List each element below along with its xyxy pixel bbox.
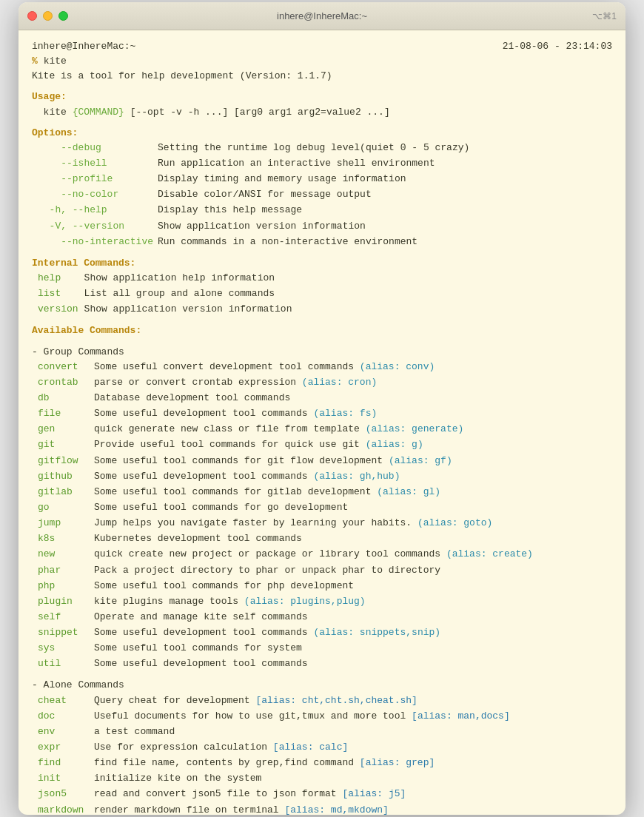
alone-cmd-row: cheat Query cheat for development [alias…: [35, 693, 516, 709]
terminal-window: inhere@InhereMac:~ ⌥⌘1 inhere@InhereMac:…: [19, 2, 625, 815]
option-flag: -h, --help: [38, 203, 158, 218]
alone-cmd: json5: [35, 787, 94, 802]
alone-cmd-row: json5 read and convert json5 file to jso…: [35, 787, 516, 802]
username: inhere@InhereMac:~: [32, 41, 135, 52]
group-cmd-row: db Database development tool commands: [35, 391, 539, 406]
internal-cmd-row: help Show application help information: [35, 271, 298, 286]
option-row: -h, --help Display this help message: [38, 203, 474, 218]
option-desc: Run application an interactive shell env…: [158, 156, 474, 172]
group-cmd-desc: parse or convert crontab expression (ali…: [94, 375, 539, 391]
usage-label: Usage:: [32, 90, 612, 104]
close-button[interactable]: [27, 11, 37, 21]
group-cmd-desc: Some useful tool commands for git flow d…: [94, 454, 539, 469]
group-cmd-desc: Provide useful tool commands for quick u…: [94, 437, 539, 453]
option-flag: --debug: [38, 141, 158, 156]
group-cmd: file: [35, 406, 94, 422]
maximize-button[interactable]: [58, 11, 68, 21]
option-row: --debug Setting the runtime log debug le…: [38, 141, 474, 156]
terminal-content: inhere@InhereMac:~ % kite 21-08-06 - 23:…: [19, 30, 625, 815]
option-flag: --profile: [38, 172, 158, 187]
option-row: --no-color Disable color/ANSI for messag…: [38, 187, 474, 203]
group-cmd-desc: Some useful tool commands for system: [94, 641, 539, 656]
group-cmd-row: convert Some useful convert development …: [35, 360, 539, 375]
group-cmd-desc: Database development tool commands: [94, 391, 539, 406]
option-desc: Show application version information: [158, 219, 474, 235]
group-cmd-row: k8s Kubernetes development tool commands: [35, 531, 539, 547]
group-cmd-row: self Operate and manage kite self comman…: [35, 610, 539, 625]
group-cmd-row: php Some useful tool commands for php de…: [35, 579, 539, 594]
internal-cmd: list: [35, 286, 84, 302]
group-cmd-row: jump Jump helps you navigate faster by l…: [35, 516, 539, 531]
minimize-button[interactable]: [43, 11, 53, 21]
group-cmd-desc: Some useful tool commands for php develo…: [94, 579, 539, 594]
group-cmd: db: [35, 391, 94, 406]
options-label: Options:: [32, 126, 612, 141]
group-cmd: github: [35, 469, 94, 485]
internal-cmd-desc: List all group and alone commands: [84, 286, 298, 302]
group-cmd-desc: Some useful convert development tool com…: [94, 360, 539, 375]
option-row: --ishell Run application an interactive …: [38, 156, 474, 172]
prompt-symbol: %: [32, 56, 38, 67]
group-cmd: gitlab: [35, 485, 94, 500]
group-cmd: self: [35, 610, 94, 625]
option-desc: Display timing and memory usage informat…: [158, 172, 474, 187]
option-flag: -V, --version: [38, 219, 158, 235]
group-cmd-row: snippet Some useful development tool com…: [35, 625, 539, 641]
group-cmd-row: plugin kite plugins manage tools (alias:…: [35, 594, 539, 610]
group-cmd-row: go Some useful tool commands for go deve…: [35, 500, 539, 516]
alone-cmd-desc: a test command: [94, 724, 516, 740]
description: Kite is a tool for help development (Ver…: [32, 69, 612, 84]
timestamp: 21-08-06 - 23:14:03: [503, 39, 612, 69]
option-desc: Disable color/ANSI for message output: [158, 187, 474, 203]
internal-cmd-row: version Show application version informa…: [35, 302, 298, 317]
alone-cmd: doc: [35, 709, 94, 724]
option-desc: Setting the runtime log debug level(quie…: [158, 141, 474, 156]
alone-cmd-desc: initialize kite on the system: [94, 771, 516, 787]
alone-cmd-desc: read and convert json5 file to json form…: [94, 787, 516, 802]
option-flag: --ishell: [38, 156, 158, 172]
group-cmd: util: [35, 656, 94, 672]
group-cmd-row: file Some useful development tool comman…: [35, 406, 539, 422]
group-cmd-row: github Some useful development tool comm…: [35, 469, 539, 485]
group-cmd: sys: [35, 641, 94, 656]
alone-cmd-desc: Query cheat for development [alias: cht,…: [94, 693, 516, 709]
group-cmd-desc: Some useful development tool commands (a…: [94, 469, 539, 485]
alone-cmd: env: [35, 724, 94, 740]
group-cmd-desc: Some useful development tool commands: [94, 656, 539, 672]
alone-commands-table: cheat Query cheat for development [alias…: [35, 693, 516, 815]
group-cmd: k8s: [35, 531, 94, 547]
group-cmd: snippet: [35, 625, 94, 641]
group-cmd-row: crontab parse or convert crontab express…: [35, 375, 539, 391]
internal-commands-label: Internal Commands:: [32, 256, 612, 271]
group-cmd-desc: Kubernetes development tool commands: [94, 531, 539, 547]
group-cmd-desc: kite plugins manage tools (alias: plugin…: [94, 594, 539, 610]
group-cmd-desc: Operate and manage kite self commands: [94, 610, 539, 625]
window-title: inhere@InhereMac:~: [277, 10, 367, 21]
internal-cmd-desc: Show application version information: [84, 302, 298, 317]
command-typed: kite: [44, 56, 67, 67]
alone-cmd-desc: render markdown file on terminal [alias:…: [94, 803, 516, 815]
options-table: --debug Setting the runtime log debug le…: [38, 141, 474, 250]
alone-cmd-row: init initialize kite on the system: [35, 771, 516, 787]
alone-cmd-desc: find file name, contents by grep,find co…: [94, 756, 516, 771]
option-flag: --no-interactive: [38, 235, 158, 250]
group-cmd-desc: quick create new project or package or l…: [94, 547, 539, 562]
alone-cmd: find: [35, 756, 94, 771]
group-cmd-desc: Some useful tool commands for gitlab dev…: [94, 485, 539, 500]
internal-cmd: version: [35, 302, 84, 317]
alone-cmd-row: env a test command: [35, 724, 516, 740]
keyboard-shortcut: ⌥⌘1: [592, 11, 617, 21]
group-cmd: plugin: [35, 594, 94, 610]
group-cmd-desc: Jump helps you navigate faster by learni…: [94, 516, 539, 531]
group-cmd: new: [35, 547, 94, 562]
alone-cmd: markdown: [35, 803, 94, 815]
alone-cmd: cheat: [35, 693, 94, 709]
alone-cmd-row: doc Useful documents for how to use git,…: [35, 709, 516, 724]
alone-commands-header: - Alone Commands: [32, 678, 612, 693]
group-cmd-row: git Provide useful tool commands for qui…: [35, 437, 539, 453]
group-cmd-desc: quick generate new class or file from te…: [94, 422, 539, 437]
alone-cmd-desc: Useful documents for how to use git,tmux…: [94, 709, 516, 724]
internal-cmd: help: [35, 271, 84, 286]
group-cmd: convert: [35, 360, 94, 375]
group-cmd: gitflow: [35, 454, 94, 469]
